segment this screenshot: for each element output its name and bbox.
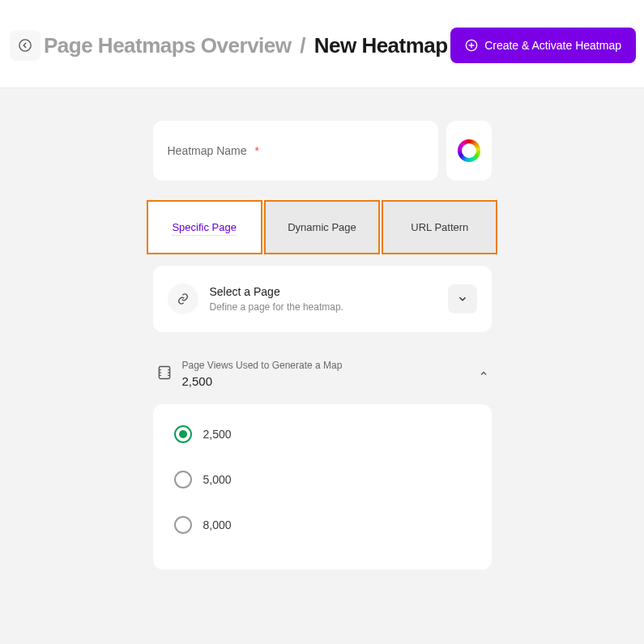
cta-label: Create & Activate Heatmap [484,39,621,52]
page-views-collapse[interactable] [479,367,488,382]
form-container: Heatmap Name * Specific Page Dynamic Pag… [153,121,492,569]
heatmap-name-input[interactable]: Heatmap Name * [153,121,438,181]
header-left: Page Heatmaps Overview / New Heatmap [10,30,448,61]
required-mark: * [254,144,258,157]
page-views-text: Page Views Used to Generate a Map 2,500 [182,360,469,388]
tab-pattern-label: URL Pattern [411,221,468,233]
radio-option-1[interactable]: 5,000 [174,471,471,516]
heatmap-name-placeholder: Heatmap Name * [168,144,259,157]
color-picker-button[interactable] [446,121,492,181]
radio-icon [174,471,192,488]
breadcrumb-separator: / [300,33,305,58]
create-activate-button[interactable]: Create & Activate Heatmap [450,28,636,63]
tab-url-pattern[interactable]: URL Pattern [382,200,497,254]
tab-specific-page[interactable]: Specific Page [147,200,262,254]
breadcrumb-parent[interactable]: Page Heatmaps Overview [44,33,292,58]
tab-dynamic-label: Dynamic Page [288,221,356,233]
tab-specific-label: Specific Page [172,221,237,236]
page-views-value: 2,500 [182,374,469,388]
select-page-title: Select a Page [210,285,437,298]
name-row: Heatmap Name * [153,121,492,181]
radio-icon [174,516,192,534]
page-header: Page Heatmaps Overview / New Heatmap Cre… [0,0,644,88]
radio-option-2[interactable]: 8,000 [174,516,471,561]
page-views-header[interactable]: Page Views Used to Generate a Map 2,500 [153,352,492,404]
arrow-left-circle-icon [18,38,32,53]
page-views-options: 2,500 5,000 8,000 [153,404,492,569]
link-icon [177,292,190,305]
radio-label-0: 2,500 [203,428,232,441]
radio-option-0[interactable]: 2,500 [174,425,471,471]
page-views-label: Page Views Used to Generate a Map [182,360,469,371]
breadcrumb: Page Heatmaps Overview / New Heatmap [44,33,448,58]
back-button[interactable] [10,30,41,61]
chevron-down-icon [457,293,468,305]
radio-icon [174,425,192,443]
radio-label-1: 5,000 [203,473,232,486]
select-page-subtitle: Define a page for the heatmap. [210,301,437,313]
breadcrumb-current: New Heatmap [314,33,448,58]
page-type-tabs: Specific Page Dynamic Page URL Pattern [147,200,498,254]
select-page-dropdown[interactable]: Select a Page Define a page for the heat… [153,266,492,332]
link-icon-wrap [168,284,198,314]
select-page-text: Select a Page Define a page for the heat… [210,285,437,313]
plus-circle-icon [465,39,478,52]
page-body: Heatmap Name * Specific Page Dynamic Pag… [0,88,644,644]
tab-dynamic-page[interactable]: Dynamic Page [264,200,380,254]
filmstrip-icon [156,365,173,384]
svg-point-0 [19,40,31,51]
select-page-expand[interactable] [448,284,477,313]
chevron-up-icon [479,369,488,378]
radio-label-2: 8,000 [203,518,232,531]
color-wheel-icon [458,139,480,162]
